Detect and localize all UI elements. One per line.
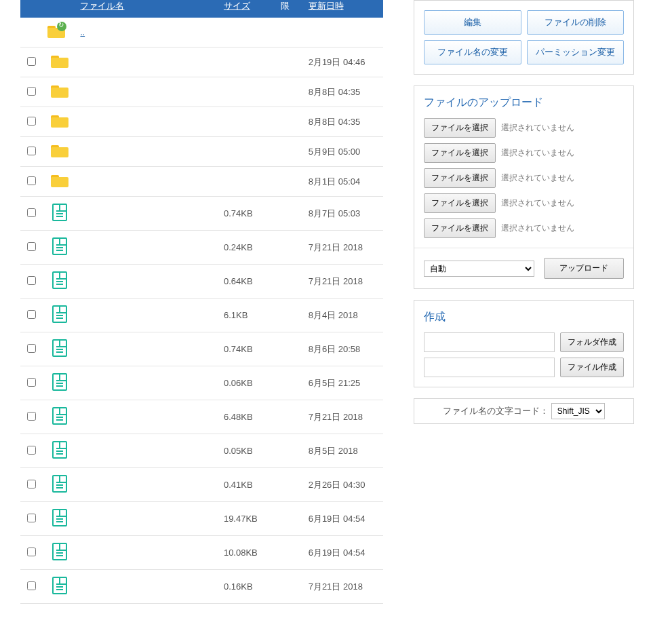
- file-icon: [52, 373, 67, 391]
- create-panel: 作成 フォルダ作成 ファイル作成: [414, 300, 634, 387]
- row-checkbox[interactable]: [27, 117, 36, 126]
- row-checkbox[interactable]: [27, 310, 36, 319]
- row-checkbox[interactable]: [27, 412, 36, 421]
- upload-button[interactable]: アップロード: [544, 258, 624, 279]
- size-cell: 6.48KB: [220, 400, 277, 434]
- size-cell: 0.06KB: [220, 366, 277, 400]
- size-cell: 0.41KB: [220, 468, 277, 502]
- size-cell: [220, 137, 277, 167]
- file-icon: [52, 305, 67, 323]
- row-checkbox[interactable]: [27, 378, 36, 387]
- no-file-label: 選択されていません: [501, 122, 574, 134]
- date-cell: 8月8日 04:35: [304, 107, 383, 137]
- row-checkbox[interactable]: [27, 87, 36, 96]
- date-cell: 7月21日 2018: [304, 570, 383, 604]
- upload-panel: ファイルのアップロード ファイルを選択選択されていませんファイルを選択選択されて…: [414, 85, 634, 289]
- file-icon: [52, 441, 67, 459]
- table-row: 0.74KB8月7日 05:03: [20, 197, 383, 231]
- table-row: 0.06KB6月5日 21:25: [20, 366, 383, 400]
- charset-label: ファイル名の文字コード：: [443, 406, 549, 416]
- file-icon: [52, 543, 67, 560]
- table-row: 10.08KB6月19日 04:54: [20, 536, 383, 570]
- sort-date[interactable]: 更新日時: [309, 1, 344, 11]
- file-name-input[interactable]: [424, 358, 555, 377]
- row-checkbox[interactable]: [27, 57, 36, 66]
- file-icon: [52, 204, 67, 221]
- row-checkbox[interactable]: [27, 344, 36, 353]
- table-row: 0.24KB7月21日 2018: [20, 231, 383, 265]
- folder-icon: [51, 84, 68, 98]
- size-cell: [220, 47, 277, 77]
- table-row: 5月9日 05:00: [20, 137, 383, 167]
- delete-button[interactable]: ファイルの削除: [527, 10, 625, 35]
- parent-link[interactable]: ..: [80, 28, 85, 37]
- row-checkbox[interactable]: [27, 147, 36, 155]
- row-checkbox[interactable]: [27, 480, 36, 488]
- sort-filename[interactable]: ファイル名: [80, 1, 124, 11]
- mkdir-button[interactable]: フォルダ作成: [560, 332, 624, 352]
- table-row: 0.16KB7月21日 2018: [20, 570, 383, 604]
- date-cell: 8月6日 20:58: [304, 332, 383, 366]
- parent-row: ..: [20, 18, 383, 47]
- rename-button[interactable]: ファイル名の変更: [424, 40, 521, 64]
- choose-file-button[interactable]: ファイルを選択: [424, 218, 496, 238]
- file-icon: [52, 271, 67, 289]
- mkfile-button[interactable]: ファイル作成: [560, 358, 624, 377]
- encoding-select[interactable]: 自動: [424, 261, 534, 277]
- folder-icon: [51, 144, 68, 157]
- row-checkbox[interactable]: [27, 176, 36, 185]
- sort-size[interactable]: サイズ: [224, 1, 250, 11]
- table-row: 0.41KB2月26日 04:30: [20, 468, 383, 502]
- actions-panel: 編集 ファイルの削除 ファイル名の変更 パーミッション変更: [414, 0, 634, 75]
- chmod-button[interactable]: パーミッション変更: [527, 40, 625, 64]
- header-perm: 限: [277, 0, 304, 18]
- row-checkbox[interactable]: [27, 208, 36, 217]
- table-row: 19.47KB6月19日 04:54: [20, 502, 383, 536]
- charset-select[interactable]: Shift_JIS: [551, 403, 605, 419]
- choose-file-button[interactable]: ファイルを選択: [424, 193, 496, 213]
- size-cell: 0.64KB: [220, 265, 277, 299]
- folder-up-icon: [47, 24, 65, 38]
- date-cell: 7月21日 2018: [304, 400, 383, 434]
- folder-icon: [51, 54, 68, 68]
- edit-button[interactable]: 編集: [424, 10, 521, 35]
- row-checkbox[interactable]: [27, 446, 36, 455]
- size-cell: 10.08KB: [220, 536, 277, 570]
- date-cell: 8月1日 05:04: [304, 167, 383, 197]
- size-cell: [220, 167, 277, 197]
- size-cell: 0.16KB: [220, 570, 277, 604]
- date-cell: 7月21日 2018: [304, 265, 383, 299]
- create-title: 作成: [424, 310, 624, 324]
- date-cell: 8月5日 2018: [304, 434, 383, 468]
- size-cell: 19.47KB: [220, 502, 277, 536]
- file-table: ファイル名 サイズ 限 更新日時 .. 2月19日 04:468月8日 04:3…: [20, 0, 383, 604]
- table-row: 8月8日 04:35: [20, 77, 383, 107]
- file-icon: [52, 339, 67, 357]
- row-checkbox[interactable]: [27, 242, 36, 251]
- choose-file-button[interactable]: ファイルを選択: [424, 143, 496, 163]
- table-row: 0.64KB7月21日 2018: [20, 265, 383, 299]
- row-checkbox[interactable]: [27, 514, 36, 522]
- charset-panel: ファイル名の文字コード： Shift_JIS: [414, 398, 634, 424]
- file-icon: [52, 237, 67, 255]
- row-checkbox[interactable]: [27, 548, 36, 556]
- no-file-label: 選択されていません: [501, 223, 574, 234]
- table-row: 6.48KB7月21日 2018: [20, 400, 383, 434]
- row-checkbox[interactable]: [27, 581, 36, 590]
- table-row: 0.05KB8月5日 2018: [20, 434, 383, 468]
- choose-file-button[interactable]: ファイルを選択: [424, 168, 496, 188]
- no-file-label: 選択されていません: [501, 197, 574, 209]
- file-icon: [52, 407, 67, 425]
- date-cell: 6月19日 04:54: [304, 536, 383, 570]
- size-cell: 0.24KB: [220, 231, 277, 265]
- no-file-label: 選択されていません: [501, 147, 574, 159]
- folder-name-input[interactable]: [424, 332, 555, 352]
- row-checkbox[interactable]: [27, 276, 36, 285]
- size-cell: [220, 107, 277, 137]
- date-cell: 2月19日 04:46: [304, 47, 383, 77]
- table-row: 0.74KB8月6日 20:58: [20, 332, 383, 366]
- choose-file-button[interactable]: ファイルを選択: [424, 118, 496, 138]
- date-cell: 6月19日 04:54: [304, 502, 383, 536]
- date-cell: 2月26日 04:30: [304, 468, 383, 502]
- folder-icon: [51, 174, 68, 187]
